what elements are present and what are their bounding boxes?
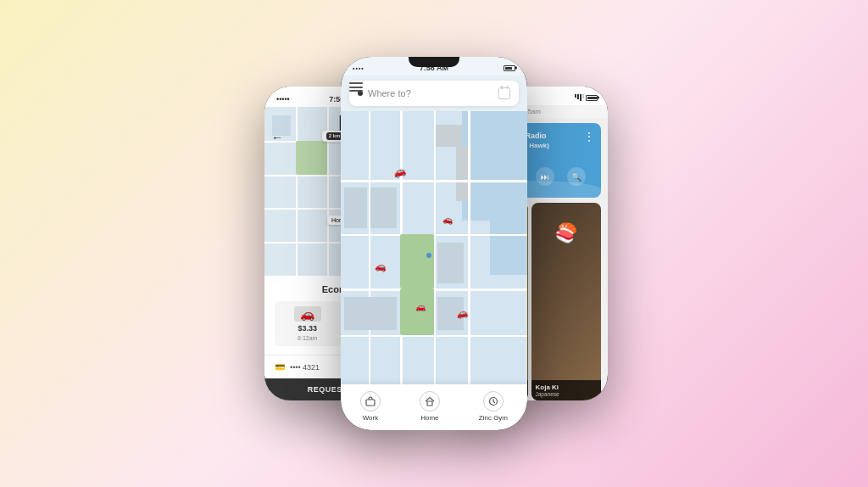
koja-card-content: Koja Ki Japanese (531, 380, 602, 400)
center-signal: •••• (353, 65, 364, 71)
koja-card-title: Koja Ki (536, 383, 598, 391)
center-map: 🚗 🚗 🚗 🚗 🚗 (341, 111, 527, 384)
center-notch (409, 57, 459, 67)
bottom-nav: Work Home (341, 384, 527, 430)
ride-time-1: 8:12am (298, 335, 317, 341)
hamburger-line-1 (349, 82, 363, 84)
koja-card-sub: Japanese (536, 391, 598, 397)
right-signal (575, 94, 584, 101)
left-back-button[interactable]: ← (271, 131, 283, 144)
nav-item-work[interactable]: Work (360, 391, 381, 422)
center-battery (504, 65, 515, 71)
search-bar[interactable]: Where to? (349, 81, 519, 106)
hamburger-line-2 (349, 87, 363, 88)
music-more-icon[interactable]: ⋮ (583, 130, 594, 143)
zinc-gym-icon (483, 391, 504, 411)
nav-item-zinc-gym[interactable]: Zinc Gym (479, 391, 508, 422)
home-icon (420, 391, 440, 411)
map-car-2: 🚗 (442, 214, 454, 225)
map-car-4: 🚗 (415, 302, 426, 311)
zinc-gym-label: Zinc Gym (479, 414, 508, 422)
phones-container: ••••• 7:56 AM (0, 0, 868, 487)
home-label: Home (420, 414, 438, 422)
search-placeholder: Where to? (368, 88, 493, 98)
right-battery-area (575, 94, 598, 101)
hamburger-line-3 (349, 90, 363, 92)
koja-image: 🍣 (554, 222, 577, 244)
left-signal: ••••• (276, 95, 290, 104)
map-car-5: 🚗 (455, 307, 469, 320)
right-battery (586, 95, 598, 101)
map-car-3: 🚗 (374, 261, 387, 273)
phone-center: •••• 7:56 AM Where to? (341, 57, 527, 430)
hamburger-menu[interactable] (349, 82, 363, 92)
work-icon (360, 391, 381, 411)
ride-car-icon-1: 🚗 (294, 306, 321, 322)
ride-price-1: $3.33 (298, 324, 317, 333)
work-label: Work (363, 414, 379, 422)
center-battery-area (504, 65, 515, 71)
nav-item-home[interactable]: Home (420, 391, 440, 422)
svg-rect-0 (366, 400, 375, 406)
center-screen: •••• 7:56 AM Where to? (341, 57, 527, 430)
calendar-icon[interactable] (498, 87, 510, 99)
credit-card-icon: 💳 (275, 362, 285, 372)
svg-rect-1 (427, 401, 432, 406)
right-card-koja[interactable]: 🍣 Koja Ki Japanese (531, 203, 602, 400)
ride-card-1[interactable]: 🚗 $3.33 8:12am (275, 301, 341, 346)
